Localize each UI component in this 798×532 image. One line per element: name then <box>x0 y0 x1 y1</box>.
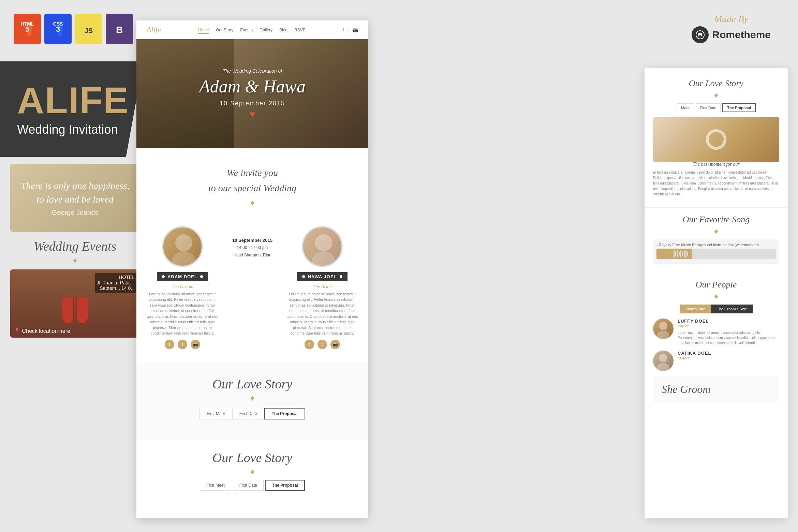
bride-avatar <box>302 226 343 267</box>
svg-rect-18 <box>658 250 659 258</box>
wedding-events-section: Wedding Events ♦ <box>10 239 140 267</box>
svg-rect-23 <box>667 250 668 257</box>
hotel-address: Jl. Tuanku Palat... <box>97 280 135 285</box>
right-tab-first-date[interactable]: First Date <box>696 103 721 112</box>
song-waveform[interactable] <box>656 249 776 259</box>
svg-text:HTML: HTML <box>21 21 34 27</box>
hotel-info: HOTEL Jl. Tuanku Palat... Septem... 14 0… <box>95 273 136 293</box>
svg-rect-31 <box>680 250 681 257</box>
wedding-center-info: 10 September 2015 14:00 - 17:00 pm Hotel… <box>225 226 280 259</box>
story-caption: The best moment for our <box>653 162 779 167</box>
nav-facebook-icon[interactable]: f <box>343 27 344 32</box>
svg-rect-25 <box>670 252 671 256</box>
hotel-date: Septem... 14 0... <box>97 285 135 291</box>
hero-date: 10 September 2015 <box>199 100 306 107</box>
nav-twitter-icon[interactable]: t <box>348 27 349 32</box>
svg-rect-32 <box>682 251 683 256</box>
brand-content: ALIFE Wedding Invitation <box>17 82 129 137</box>
nav-our-story[interactable]: Our Story <box>216 27 233 33</box>
svg-rect-19 <box>660 251 661 256</box>
bottom-love-story-tabs: First Meet First Date The Proposal <box>143 480 361 491</box>
banner-dot-left <box>162 275 165 278</box>
nav-links: Home Our Story Events Gallery Blog RSVP <box>198 27 306 33</box>
wedding-time: 14:00 - 17:00 pm <box>225 244 280 252</box>
bride-name: HAWA JOEL <box>308 274 337 279</box>
right-tab-the-proposal[interactable]: The Proposal <box>722 103 756 112</box>
svg-rect-28 <box>675 251 676 256</box>
tab-bride-side[interactable]: Bride's Side <box>680 305 711 313</box>
svg-rect-33 <box>684 251 685 257</box>
nav-instagram-icon[interactable]: 📷 <box>352 27 358 32</box>
she-groom-section: She Groom <box>653 376 779 402</box>
groom-facebook-icon[interactable]: f <box>165 340 174 349</box>
bottom-tab-the-proposal[interactable]: The Proposal <box>265 480 305 491</box>
catika-role: Mother <box>678 356 711 361</box>
made-by-section: Made By Rometheme <box>692 14 771 43</box>
couple-row: ADAM DOEL The Groom Lorem ipsum dolor si… <box>143 226 361 349</box>
hero-section: The Wedding Celebration of Adam & Hawa 1… <box>136 39 368 148</box>
bride-instagram-icon[interactable]: 📷 <box>330 340 340 349</box>
svg-rect-30 <box>679 252 680 255</box>
bootstrap-badge: B <box>106 14 133 44</box>
tab-first-date[interactable]: First Date <box>232 408 264 419</box>
nav-home[interactable]: Home <box>198 27 209 33</box>
hero-title: Adam & Hawa <box>199 76 306 97</box>
bride-name-banner: HAWA JOEL <box>297 272 347 281</box>
svg-rect-17 <box>656 250 657 257</box>
right-love-story-title: Our Love Story <box>653 78 779 89</box>
bottom-love-story-heart: ♦ <box>143 467 361 476</box>
right-love-story-heart: ♦ <box>653 90 779 100</box>
rometheme-text: Rometheme <box>712 29 771 41</box>
svg-rect-29 <box>677 250 678 257</box>
nav-blog[interactable]: Blog <box>279 27 287 33</box>
wedding-venue: Hotel Sheraton, Riau <box>225 252 280 259</box>
rometheme-icon <box>692 26 709 43</box>
nav-gallery[interactable]: Gallery <box>260 27 272 33</box>
favorite-song-title: Our Favorite Song <box>653 215 779 225</box>
groom-instagram-icon[interactable]: 📷 <box>191 340 200 349</box>
gold-heart-events: ♦ <box>10 255 140 265</box>
venue-image: HOTEL Jl. Tuanku Palat... Septem... 14 0… <box>10 269 140 338</box>
svg-point-16 <box>312 251 336 267</box>
svg-rect-35 <box>687 252 688 256</box>
tab-first-meet[interactable]: First Meet <box>200 408 232 419</box>
wedding-events-title: Wedding Events <box>10 239 140 254</box>
svg-text:B: B <box>116 25 123 35</box>
invitation-heart: ♦ <box>147 198 358 207</box>
brand-subtitle: Wedding Invitation <box>17 122 129 137</box>
svg-rect-26 <box>672 250 673 257</box>
location-pin: 📍 Check location here <box>14 328 70 334</box>
brand-title: ALIFE <box>17 82 129 119</box>
person-list-item-luffy: LUFFY DOEL Father Lorem ipsum dolor sit … <box>653 319 779 345</box>
song-name: - Royalty Free Music Background Instrume… <box>656 243 776 247</box>
right-mockup: Our Love Story ♦ Meet First Date The Pro… <box>645 68 788 518</box>
bottom-tab-first-meet[interactable]: First Meet <box>200 480 231 491</box>
svg-rect-20 <box>662 249 663 258</box>
tab-the-proposal[interactable]: The Proposal <box>264 408 305 419</box>
groom-desc: Lorem ipsum dolor sit amet, consectetur … <box>143 291 222 336</box>
wedding-date: 10 September 2015 <box>225 236 280 244</box>
nav-logo: Alife <box>147 25 161 34</box>
favorite-song-heart: ♦ <box>653 226 779 236</box>
bride-desc: Lorem ipsum dolor sit amet, consectetur … <box>283 291 361 336</box>
love-story-title: Our Love Story <box>147 376 358 391</box>
svg-point-37 <box>657 331 669 339</box>
groom-name: ADAM DOEL <box>167 274 197 279</box>
nav-events[interactable]: Events <box>240 27 253 33</box>
quote-section: There is only one happiness, to love and… <box>10 164 140 232</box>
bride-facebook-icon[interactable]: f <box>305 340 314 349</box>
svg-rect-21 <box>663 251 664 257</box>
bride-card: HAWA JOEL The Bride Lorem ipsum dolor si… <box>283 226 361 349</box>
groom-twitter-icon[interactable]: t <box>178 340 187 349</box>
invitation-line1: We invite you <box>147 165 358 181</box>
love-story-heart: ♦ <box>147 393 358 403</box>
tab-groom-side[interactable]: The Groom's Side <box>711 305 753 313</box>
bottom-love-story-section: Our Love Story ♦ First Meet First Date T… <box>136 440 368 504</box>
nav-rsvp[interactable]: RSVP <box>294 27 306 33</box>
main-mockup: Alife Home Our Story Events Gallery Blog… <box>136 20 368 518</box>
proposal-image <box>653 117 779 162</box>
bride-twitter-icon[interactable]: t <box>317 340 327 349</box>
right-tab-meet[interactable]: Meet <box>677 103 694 112</box>
bottom-tab-first-date[interactable]: First Date <box>233 480 264 491</box>
svg-rect-34 <box>685 250 686 258</box>
